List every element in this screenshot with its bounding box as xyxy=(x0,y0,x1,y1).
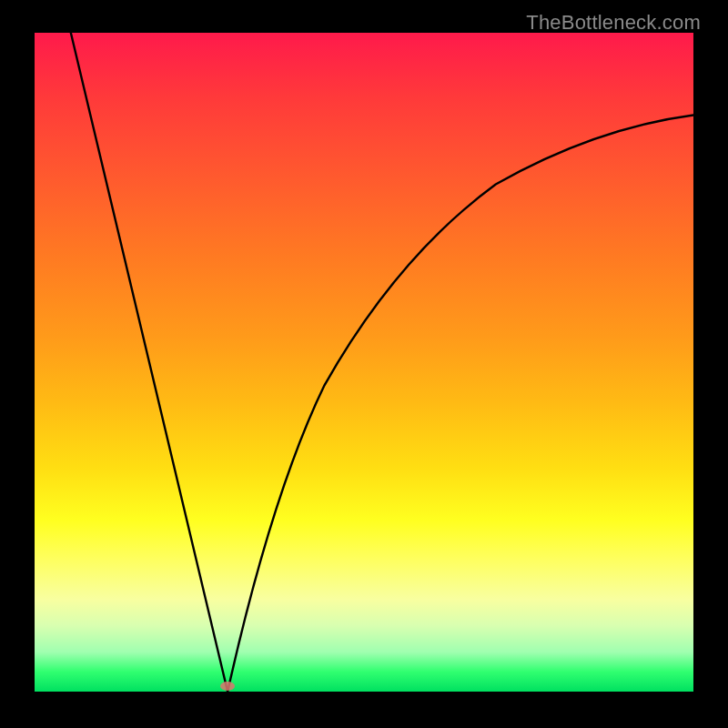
watermark-text: TheBottleneck.com xyxy=(526,11,701,35)
chart-frame: TheBottleneck.com xyxy=(0,0,728,728)
plot-area xyxy=(35,33,693,692)
bottleneck-curve xyxy=(35,33,693,692)
minimum-marker xyxy=(220,682,235,691)
